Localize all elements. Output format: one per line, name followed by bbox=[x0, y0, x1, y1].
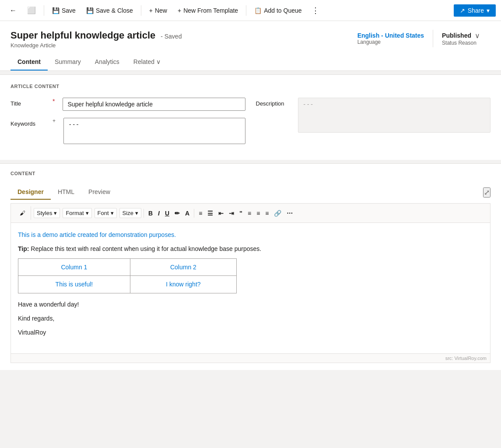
save-button[interactable]: 💾 Save bbox=[48, 4, 80, 17]
back-button[interactable]: ← bbox=[5, 4, 21, 17]
align-center-button[interactable]: ≡ bbox=[245, 208, 253, 219]
share-button[interactable]: ↗ Share ▾ bbox=[454, 4, 496, 17]
page-status-area: English - United States Language Publish… bbox=[349, 30, 490, 47]
page-title-row: Super helpful knowledge article - Saved … bbox=[11, 30, 490, 49]
list-ul-button[interactable]: ☰ bbox=[205, 208, 215, 219]
editor-body[interactable]: This is a demo article created for demon… bbox=[11, 222, 490, 354]
save-icon: 💾 bbox=[52, 7, 60, 14]
keywords-input[interactable]: --- bbox=[63, 118, 245, 144]
align-left-icon: ≡ bbox=[199, 210, 202, 217]
tab-related[interactable]: Related ∨ bbox=[126, 54, 168, 71]
bold-button[interactable]: B bbox=[146, 208, 155, 219]
list-ul-icon: ☰ bbox=[207, 210, 213, 217]
popout-button[interactable]: ⬜ bbox=[23, 4, 40, 17]
align-right-button[interactable]: ≡ bbox=[254, 208, 262, 219]
editor-tab-html[interactable]: HTML bbox=[51, 185, 81, 200]
title-input[interactable] bbox=[63, 98, 245, 111]
description-input[interactable]: --- bbox=[298, 98, 491, 133]
title-required: * bbox=[53, 98, 55, 105]
add-to-queue-button[interactable]: 📋 Add to Queue bbox=[250, 4, 306, 17]
back-icon: ← bbox=[10, 7, 17, 14]
italic-icon: I bbox=[158, 210, 160, 217]
tip-rest: Replace this text with real content when… bbox=[29, 245, 261, 252]
new-label: New bbox=[155, 7, 167, 14]
format-select[interactable]: Format ▾ bbox=[63, 208, 91, 218]
top-toolbar: ← ⬜ 💾 Save 💾 Save & Close + New + New Fr… bbox=[0, 0, 501, 21]
indent-left-button[interactable]: ⇤ bbox=[216, 208, 226, 219]
toolbar-sep-1 bbox=[44, 5, 44, 16]
popout-icon: ⬜ bbox=[27, 6, 36, 14]
align-left-button[interactable]: ≡ bbox=[196, 208, 204, 219]
tab-content[interactable]: Content bbox=[11, 54, 48, 71]
indent-right-button[interactable]: ⇥ bbox=[227, 208, 236, 219]
toolbar-sep-3 bbox=[246, 5, 246, 16]
save-close-icon: 💾 bbox=[86, 7, 94, 14]
new-from-template-label: New From Template bbox=[183, 7, 238, 14]
tab-related-chevron-icon: ∨ bbox=[156, 58, 161, 65]
page-subtitle: Knowledge Article bbox=[11, 42, 182, 49]
align-justify-icon: ≡ bbox=[265, 210, 269, 217]
editor-tip: Tip: Replace this text with real content… bbox=[18, 244, 483, 254]
right-fields: Description --- bbox=[256, 98, 491, 151]
status-block: Published ∨ Status Reason bbox=[433, 32, 490, 46]
editor-tab-designer[interactable]: Designer bbox=[11, 185, 51, 200]
share-icon: ↗ bbox=[460, 7, 465, 14]
editor-table: Column 1 Column 2 This is useful! I know… bbox=[18, 258, 237, 293]
article-content-section-title: ARTICLE CONTENT bbox=[11, 84, 490, 89]
quote-button[interactable]: " bbox=[237, 208, 245, 219]
more-options-button[interactable]: ⋮ bbox=[308, 3, 323, 18]
table-header-row: Column 1 Column 2 bbox=[18, 258, 237, 275]
status-value: Published bbox=[442, 32, 471, 39]
tab-summary[interactable]: Summary bbox=[48, 54, 88, 71]
sign-line1: Have a wonderful day! bbox=[18, 300, 483, 309]
rte-sep-1 bbox=[144, 209, 144, 218]
tab-content-label: Content bbox=[18, 58, 41, 65]
editor-tab-preview[interactable]: Preview bbox=[81, 185, 117, 200]
size-label: Size bbox=[123, 210, 133, 216]
language-label: Language bbox=[357, 39, 381, 45]
status-chevron-button[interactable]: ∨ bbox=[473, 32, 482, 40]
language-block: English - United States Language bbox=[349, 32, 433, 45]
save-label: Save bbox=[62, 7, 76, 14]
content-section: CONTENT Designer HTML Preview ⤢ 🖌 Styles… bbox=[0, 163, 501, 370]
rte-sep-2 bbox=[194, 209, 194, 218]
status-label: Status Reason bbox=[442, 40, 482, 46]
table-data-col1: This is useful! bbox=[18, 276, 130, 293]
keywords-optional: + bbox=[53, 118, 56, 124]
new-button[interactable]: + New bbox=[145, 4, 172, 17]
new-from-template-button[interactable]: + New From Template bbox=[173, 4, 242, 17]
size-select[interactable]: Size ▾ bbox=[119, 208, 141, 218]
align-justify-button[interactable]: ≡ bbox=[263, 208, 271, 219]
new-icon: + bbox=[149, 7, 153, 14]
save-close-button[interactable]: 💾 Save & Close bbox=[82, 4, 137, 17]
highlight-button[interactable]: ✏ bbox=[172, 208, 182, 219]
styles-select[interactable]: Styles ▾ bbox=[34, 208, 60, 218]
page-title: Super helpful knowledge article - Saved bbox=[11, 30, 182, 41]
expand-button[interactable]: ⤢ bbox=[483, 187, 490, 198]
italic-button[interactable]: I bbox=[156, 208, 162, 219]
paintbrush-area: 🖌 bbox=[14, 206, 31, 220]
title-label: Title bbox=[11, 98, 46, 107]
tab-analytics[interactable]: Analytics bbox=[88, 54, 126, 71]
underline-button[interactable]: U bbox=[163, 208, 172, 219]
link-button[interactable]: 🔗 bbox=[272, 208, 284, 219]
article-content-section: ARTICLE CONTENT Title * Keywords + --- bbox=[0, 74, 501, 160]
more-options-rte-button[interactable]: ⋯ bbox=[284, 208, 295, 219]
sign-line2: Kind regards, bbox=[18, 314, 483, 323]
table-header-col1: Column 1 bbox=[18, 258, 130, 275]
paintbrush-button[interactable]: 🖌 bbox=[17, 208, 28, 218]
description-label: Description bbox=[256, 98, 291, 107]
font-color-icon: A bbox=[185, 210, 189, 217]
tip-bold: Tip: bbox=[18, 245, 29, 252]
left-fields: Title * Keywords + --- bbox=[11, 98, 245, 151]
size-chevron-icon: ▾ bbox=[135, 210, 138, 216]
table-data-col2: I know right? bbox=[130, 276, 236, 293]
font-color-button[interactable]: A bbox=[183, 208, 192, 219]
font-select[interactable]: Font ▾ bbox=[95, 208, 117, 218]
highlight-icon: ✏ bbox=[175, 210, 180, 217]
paintbrush-icon: 🖌 bbox=[20, 210, 25, 216]
editor-tab-preview-label: Preview bbox=[88, 188, 110, 195]
watermark: src: VirtualRoy.com bbox=[11, 354, 490, 363]
format-chevron-icon: ▾ bbox=[86, 210, 89, 216]
bold-icon: B bbox=[148, 210, 153, 217]
